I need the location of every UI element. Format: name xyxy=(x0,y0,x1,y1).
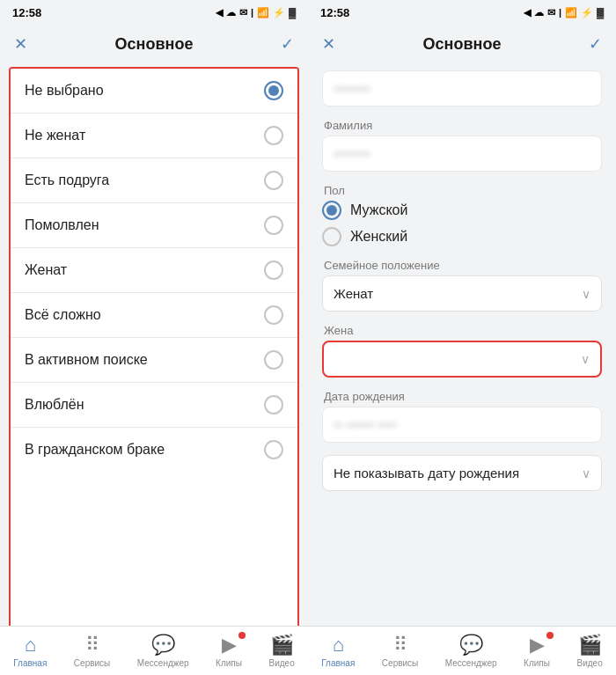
nav-item[interactable]: ⠿ Сервисы xyxy=(74,634,110,668)
chevron-down-icon: ∨ xyxy=(582,287,590,301)
marital-status-value: Женат xyxy=(334,286,373,301)
gender-male-label: Мужской xyxy=(350,202,407,218)
nav-label: Мессенджер xyxy=(445,658,497,668)
close-icon-left[interactable]: ✕ xyxy=(14,34,27,54)
confirm-icon-right[interactable]: ✓ xyxy=(589,34,602,54)
status-bar-right: 12:58 ◀ ☁ ✉ | 📶 ⚡ ▓ xyxy=(308,0,616,25)
radio-outer xyxy=(264,395,283,415)
birth-date-input[interactable]: •• •••••• •••• xyxy=(322,407,602,443)
marital-status-field: Семейное положение Женат ∨ xyxy=(322,259,602,312)
wife-dropdown[interactable]: ∨ xyxy=(322,341,602,378)
nav-badge xyxy=(546,632,554,639)
selection-item[interactable]: Женат xyxy=(11,248,297,293)
nav-icon: ⠿ xyxy=(85,634,99,657)
selection-item[interactable]: Помолвлен xyxy=(11,203,297,248)
page-title-right: Основное xyxy=(423,35,502,54)
left-panel: 12:58 ◀ ☁ ✉ | 📶 ⚡ ▓ ✕ Основное ✓ Не выбр… xyxy=(0,0,308,675)
birth-date-visibility-field: Не показывать дату рождения ∨ xyxy=(322,455,602,491)
nav-icon: ▶ xyxy=(530,634,545,657)
status-icons-right: ◀ ☁ ✉ | 📶 ⚡ ▓ xyxy=(524,7,604,18)
nav-item[interactable]: 💬 Мессенджер xyxy=(137,634,189,668)
nav-label: Сервисы xyxy=(382,658,418,668)
radio-outer xyxy=(264,126,283,145)
nav-label: Видео xyxy=(577,658,603,668)
nav-label: Мессенджер xyxy=(137,658,189,668)
selection-item-label: Не выбрано xyxy=(25,83,104,99)
nav-label: Видео xyxy=(269,658,295,668)
radio-outer xyxy=(264,171,283,190)
selection-item[interactable]: В гражданском браке xyxy=(11,428,297,472)
nav-icon: 💬 xyxy=(151,634,175,657)
birth-date-visibility-value: Не показывать дату рождения xyxy=(334,466,519,481)
nav-label: Главная xyxy=(13,658,47,668)
selection-item-label: Помолвлен xyxy=(25,217,99,233)
radio-male-outer xyxy=(322,201,341,220)
gender-option-male[interactable]: Мужской xyxy=(322,201,602,220)
nav-item[interactable]: ⌂ Главная xyxy=(13,634,47,668)
last-name-input[interactable]: •••••••• xyxy=(322,136,602,172)
first-name-field: •••••••• xyxy=(322,70,602,106)
nav-icon: ⌂ xyxy=(25,634,36,657)
last-name-field: Фамилия •••••••• xyxy=(322,119,602,172)
marital-status-label: Семейное положение xyxy=(322,259,602,272)
birth-date-visibility-dropdown[interactable]: Не показывать дату рождения ∨ xyxy=(322,455,602,491)
nav-icon: ▶ xyxy=(222,634,237,657)
nav-badge xyxy=(238,632,246,639)
selection-item-label: Влюблён xyxy=(25,397,84,413)
selection-item[interactable]: Не женат xyxy=(11,114,297,158)
selection-item-label: Женат xyxy=(25,262,67,278)
selection-item-label: В активном поиске xyxy=(25,352,148,368)
wife-label: Жена xyxy=(322,324,602,337)
nav-item[interactable]: ⌂ Главная xyxy=(321,634,355,668)
marital-status-dropdown[interactable]: Женат ∨ xyxy=(322,275,602,312)
nav-item[interactable]: ▶ Клипы xyxy=(524,634,550,668)
nav-label: Сервисы xyxy=(74,658,110,668)
form-scroll: •••••••• Фамилия •••••••• Пол Мужской Же… xyxy=(308,63,616,675)
radio-outer xyxy=(264,260,283,280)
header-right: ✕ Основное ✓ xyxy=(308,25,616,63)
radio-outer xyxy=(264,350,283,370)
birth-date-field: Дата рождения •• •••••• •••• xyxy=(322,390,602,443)
radio-male-inner xyxy=(326,205,337,216)
nav-icon: 🎬 xyxy=(578,634,602,657)
selection-item-label: Всё сложно xyxy=(25,307,101,323)
nav-item[interactable]: ⠿ Сервисы xyxy=(382,634,418,668)
radio-female-outer xyxy=(322,227,341,246)
gender-radio-group: Мужской Женский xyxy=(322,201,602,246)
selection-item-label: Есть подруга xyxy=(25,172,109,188)
selection-item[interactable]: Всё сложно xyxy=(11,293,297,338)
radio-outer xyxy=(264,81,283,100)
gender-label: Пол xyxy=(322,184,602,197)
nav-icon: 💬 xyxy=(459,634,483,657)
bottom-nav-left: ⌂ Главная ⠿ Сервисы 💬 Мессенджер ▶ Клипы… xyxy=(0,626,308,675)
selection-item-label: В гражданском браке xyxy=(25,442,165,458)
gender-field: Пол Мужской Женский xyxy=(322,184,602,246)
selection-item[interactable]: В активном поиске xyxy=(11,338,297,383)
first-name-input[interactable]: •••••••• xyxy=(322,70,602,106)
selection-item[interactable]: Влюблён xyxy=(11,383,297,428)
radio-inner xyxy=(268,85,279,96)
close-icon-right[interactable]: ✕ xyxy=(322,34,335,54)
nav-label: Главная xyxy=(321,658,355,668)
status-bar-left: 12:58 ◀ ☁ ✉ | 📶 ⚡ ▓ xyxy=(0,0,308,25)
radio-outer xyxy=(264,440,283,459)
nav-item[interactable]: 🎬 Видео xyxy=(269,634,295,668)
selection-item[interactable]: Не выбрано xyxy=(11,69,297,114)
nav-item[interactable]: 🎬 Видео xyxy=(577,634,603,668)
wife-field: Жена ∨ xyxy=(322,324,602,378)
page-title-left: Основное xyxy=(115,35,194,54)
header-left: ✕ Основное ✓ xyxy=(0,25,308,63)
nav-item[interactable]: 💬 Мессенджер xyxy=(445,634,497,668)
confirm-icon-left[interactable]: ✓ xyxy=(281,34,294,54)
radio-outer xyxy=(264,305,283,325)
nav-label: Клипы xyxy=(524,658,550,668)
last-name-label: Фамилия xyxy=(322,119,602,132)
bottom-nav-right: ⌂ Главная ⠿ Сервисы 💬 Мессенджер ▶ Клипы… xyxy=(308,626,616,675)
time-left: 12:58 xyxy=(12,6,41,19)
selection-item[interactable]: Есть подруга xyxy=(11,158,297,203)
nav-item[interactable]: ▶ Клипы xyxy=(216,634,242,668)
nav-label: Клипы xyxy=(216,658,242,668)
gender-option-female[interactable]: Женский xyxy=(322,227,602,246)
selection-list-wrapper: Не выбрано Не женат Есть подруга Помолвл… xyxy=(9,67,299,671)
nav-icon: 🎬 xyxy=(270,634,294,657)
